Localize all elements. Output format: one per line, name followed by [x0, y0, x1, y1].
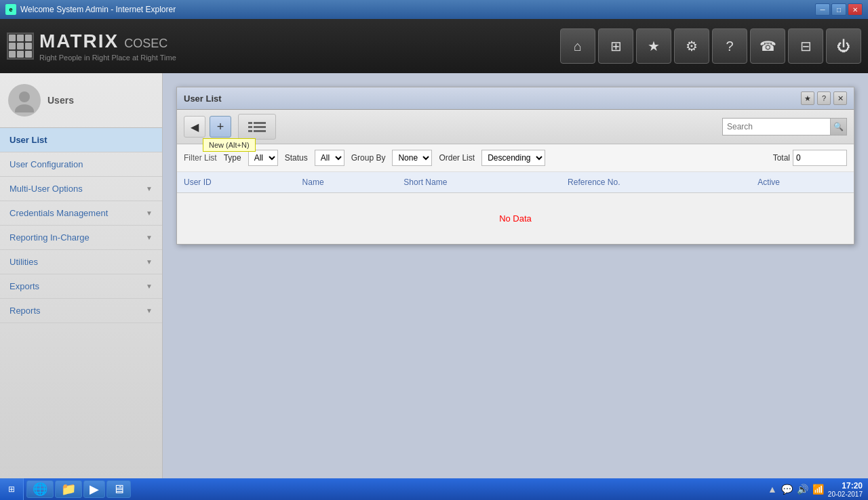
sidebar-menu: User List User Configuration Multi-User … [0, 128, 162, 478]
search-input[interactable] [722, 118, 831, 136]
window-close-button[interactable]: ✕ [833, 91, 847, 105]
group-by-label: Group By [351, 153, 386, 163]
nav-bar: MATRIX COSEC Right People in Right Place… [0, 19, 868, 73]
col-user-id[interactable]: User ID [177, 172, 296, 193]
taskbar: ⊞ 🌐 📁 ▶ 🖥 ▲ 💬 🔊 📶 17:20 20-02-2017 [0, 478, 868, 500]
type-filter-group: Type [224, 153, 241, 163]
ie-icon: e [5, 4, 16, 15]
sidebar-item-multi-user-options[interactable]: Multi-User Options ▼ [0, 177, 162, 201]
start-button[interactable]: ⊞ [0, 478, 24, 500]
power-nav-button[interactable]: ⏻ [826, 28, 861, 64]
taskbar-app-explorer[interactable]: 📁 [55, 480, 82, 498]
svg-point-0 [19, 91, 30, 102]
maximize-button[interactable]: □ [831, 3, 846, 16]
close-button[interactable]: ✕ [848, 3, 863, 16]
grid-nav-button[interactable]: ⊞ [598, 28, 633, 64]
nav-icons: ⌂ ⊞ ★ ⚙ ? ☎ ⊟ ⏻ [560, 28, 861, 64]
taskbar-apps: 🌐 📁 ▶ 🖥 [24, 480, 134, 498]
taskbar-app-ie[interactable]: 🌐 [26, 480, 54, 498]
taskbar-app-media[interactable]: ▶ [83, 480, 105, 498]
start-icon: ⊞ [8, 484, 15, 494]
taskbar-time-area: 17:20 20-02-2017 [828, 481, 863, 498]
minimize-button[interactable]: ─ [815, 3, 830, 16]
title-bar-controls: ─ □ ✕ [815, 3, 863, 16]
total-area: Total 0 [773, 150, 847, 166]
logo-tagline: Right People in Right Place at Right Tim… [39, 54, 176, 62]
taskbar-network-icon: 📶 [812, 484, 824, 495]
type-select[interactable]: All [248, 150, 278, 166]
chevron-down-icon: ▼ [146, 307, 153, 314]
sidebar-item-utilities[interactable]: Utilities ▼ [0, 250, 162, 274]
search-button[interactable]: 🔍 [831, 118, 847, 136]
no-data-row: No Data [177, 193, 854, 245]
logo-text: MATRIX COSEC Right People in Right Place… [39, 30, 176, 62]
logo-name: MATRIX [39, 30, 119, 52]
window-help-button[interactable]: ? [817, 91, 831, 105]
total-value: 0 [793, 150, 847, 166]
window-title-text: Welcome System Admin - Internet Explorer [20, 5, 176, 14]
col-reference-no[interactable]: Reference No. [561, 172, 751, 193]
logo-icon [7, 33, 34, 60]
filter-bar: Filter List Type All Status All Group By [177, 144, 854, 172]
search-area: 🔍 [722, 118, 847, 136]
sidebar-item-label: Utilities [9, 257, 38, 267]
home-nav-button[interactable]: ⌂ [560, 28, 595, 64]
taskbar-right: ▲ 💬 🔊 📶 17:20 20-02-2017 [762, 481, 868, 498]
user-list-window: User List ★ ? ✕ ◀ + New (Alt+N) [176, 87, 854, 245]
sidebar-item-label: Reporting In-Charge [9, 232, 90, 243]
user-table: User ID Name Short Name Reference No. Ac… [177, 172, 854, 244]
main-area: Users User List User Configuration Multi… [0, 73, 868, 478]
sidebar: Users User List User Configuration Multi… [0, 73, 163, 478]
status-label: Status [285, 153, 308, 163]
taskbar-clock: 17:20 [828, 481, 863, 491]
title-bar-left: e Welcome System Admin - Internet Explor… [5, 4, 176, 15]
type-label: Type [224, 153, 241, 163]
chevron-down-icon: ▼ [146, 185, 153, 192]
sidebar-item-label: User Configuration [9, 159, 83, 169]
star-nav-button[interactable]: ★ [636, 28, 671, 64]
col-active[interactable]: Active [751, 172, 854, 193]
total-label: Total [773, 153, 790, 163]
chevron-down-icon: ▼ [146, 258, 153, 266]
sidebar-username: Users [47, 95, 74, 106]
col-short-name[interactable]: Short Name [397, 172, 561, 193]
col-name[interactable]: Name [296, 172, 397, 193]
window-controls: ★ ? ✕ [801, 91, 847, 105]
taskbar-arrow-icon: ▲ [768, 484, 777, 495]
taskbar-chat-icon: 💬 [781, 484, 793, 495]
taskbar-date: 20-02-2017 [828, 491, 863, 498]
sidebar-item-reporting-in-charge[interactable]: Reporting In-Charge ▼ [0, 226, 162, 250]
window-star-button[interactable]: ★ [801, 91, 814, 105]
sidebar-item-user-list[interactable]: User List [0, 128, 162, 152]
logo-area: MATRIX COSEC Right People in Right Place… [7, 30, 560, 62]
group-by-select[interactable]: None [392, 150, 432, 166]
group-by-filter-group: Group By [351, 153, 386, 163]
order-list-filter-group: Order List [439, 153, 475, 163]
phone-nav-button[interactable]: ☎ [750, 28, 785, 64]
svg-point-1 [15, 104, 34, 112]
apps-nav-button[interactable]: ⊟ [788, 28, 823, 64]
chevron-down-icon: ▼ [146, 283, 153, 290]
sidebar-user-area: Users [0, 73, 162, 128]
help-nav-button[interactable]: ? [712, 28, 747, 64]
window-toolbar: ◀ + New (Alt+N) 🔍 [177, 110, 854, 144]
new-button[interactable]: + [210, 116, 231, 138]
order-list-select[interactable]: Descending [481, 150, 545, 166]
settings-nav-button[interactable]: ⚙ [674, 28, 709, 64]
sidebar-item-label: Multi-User Options [9, 184, 83, 194]
back-button[interactable]: ◀ [184, 116, 205, 138]
view-toggle-button[interactable] [238, 114, 276, 140]
sidebar-item-label: Reports [9, 306, 41, 316]
title-bar: e Welcome System Admin - Internet Explor… [0, 0, 868, 19]
no-data-cell: No Data [177, 193, 854, 245]
sidebar-item-reports[interactable]: Reports ▼ [0, 299, 162, 323]
chevron-down-icon: ▼ [146, 234, 153, 241]
window-title: User List [184, 93, 222, 104]
chevron-down-icon: ▼ [146, 209, 153, 217]
taskbar-app-computer[interactable]: 🖥 [106, 480, 131, 498]
sidebar-item-exports[interactable]: Exports ▼ [0, 274, 162, 299]
sidebar-item-user-configuration[interactable]: User Configuration [0, 152, 162, 177]
sidebar-item-credentials-management[interactable]: Credentials Management ▼ [0, 201, 162, 226]
status-select[interactable]: All [315, 150, 344, 166]
sidebar-item-label: Exports [9, 281, 39, 291]
